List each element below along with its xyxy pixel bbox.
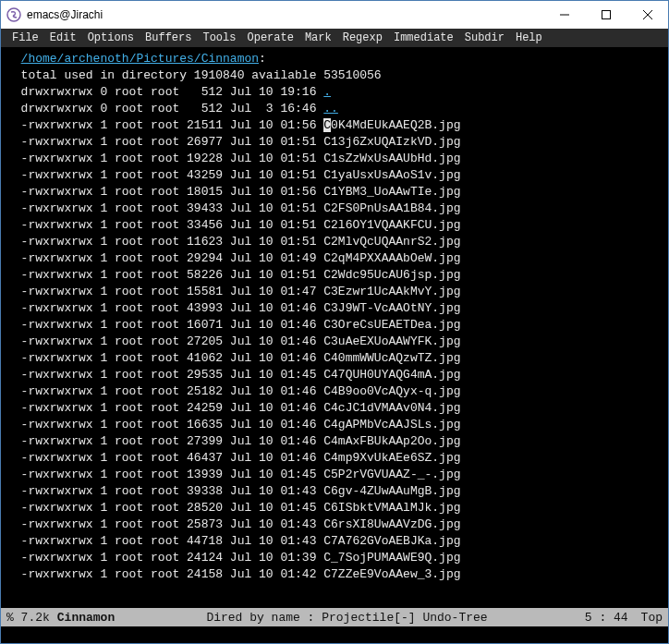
- dired-path-row: /home/archenoth/Pictures/Cinnamon:: [6, 51, 663, 67]
- menu-file[interactable]: File: [6, 30, 44, 45]
- dired-file-row[interactable]: -rwxrwxrwx 1 root root 18015 Jul 10 01:5…: [6, 184, 663, 200]
- dired-file-name[interactable]: C4mp9XvUkAEe6SZ.jpg: [323, 451, 460, 465]
- menu-options[interactable]: Options: [82, 30, 140, 45]
- dired-file-name[interactable]: C3OreCsUEAETDea.jpg: [323, 318, 460, 332]
- modeline[interactable]: % 7.2k Cinnamon Dired by name : Projecti…: [1, 608, 668, 626]
- menu-subdir[interactable]: Subdir: [459, 30, 510, 45]
- dired-file-row[interactable]: -rwxrwxrwx 1 root root 29294 Jul 10 01:4…: [6, 250, 663, 267]
- dired-file-name[interactable]: C4cJC1dVMAAv0N4.jpg: [323, 401, 460, 415]
- dired-file-name[interactable]: C6rsXI8UwAAVzDG.jpg: [323, 517, 460, 531]
- emacs-window: emacs@Jirachi FileEditOptionsBuffersTool…: [0, 0, 669, 644]
- menu-tools[interactable]: Tools: [197, 30, 241, 45]
- modeline-buffer-name: Cinnamon: [57, 611, 115, 625]
- dired-file-name[interactable]: C47QUH0UYAQG4mA.jpg: [323, 368, 460, 382]
- titlebar[interactable]: emacs@Jirachi: [1, 1, 668, 29]
- dired-path[interactable]: /home/archenoth/Pictures/Cinnamon: [21, 52, 259, 66]
- dired-file-row[interactable]: -rwxrwxrwx 1 root root 28520 Jul 10 01:4…: [6, 500, 663, 516]
- dired-file-row[interactable]: -rwxrwxrwx 1 root root 33456 Jul 10 01:5…: [6, 217, 663, 234]
- dired-file-row[interactable]: -rwxrwxrwx 1 root root 39433 Jul 10 01:5…: [6, 200, 663, 217]
- menu-edit[interactable]: Edit: [44, 30, 82, 45]
- dired-file-name[interactable]: C13j6ZxUQAIzkVD.jpg: [323, 135, 460, 149]
- dired-file-name[interactable]: C6gv-4ZUwAAuMgB.jpg: [323, 484, 460, 498]
- dired-file-name[interactable]: C1YBM3_UoAAwTIe.jpg: [323, 185, 460, 199]
- dired-file-name[interactable]: C3J9WT-VcAAOtNY.jpg: [323, 301, 460, 315]
- dired-file-row[interactable]: -rwxrwxrwx 1 root root 43993 Jul 10 01:4…: [6, 300, 663, 317]
- minibuffer[interactable]: [1, 626, 668, 643]
- modeline-scroll: Top: [641, 611, 663, 625]
- dired-file-row[interactable]: -rwxrwxrwx 1 root root 58226 Jul 10 01:5…: [6, 267, 663, 284]
- dired-cursor: C: [323, 118, 331, 132]
- dired-file-row[interactable]: -rwxrwxrwx 1 root root 24124 Jul 10 01:3…: [6, 550, 663, 566]
- dired-file-name[interactable]: C3uAeEXUoAAWYFK.jpg: [323, 334, 460, 348]
- dired-file-row[interactable]: -rwxrwxrwx 1 root root 39338 Jul 10 01:4…: [6, 483, 663, 500]
- dired-file-row[interactable]: -rwxrwxrwx 1 root root 11623 Jul 10 01:5…: [6, 234, 663, 250]
- dired-file-name[interactable]: C5P2rVGVUAAZ-_-.jpg: [323, 468, 460, 481]
- minimize-button[interactable]: [543, 1, 585, 29]
- dired-file-row[interactable]: -rwxrwxrwx 1 root root 43259 Jul 10 01:5…: [6, 167, 663, 184]
- dired-file-name[interactable]: C2FS0PnUsAA1B84.jpg: [323, 201, 460, 215]
- modeline-size: % 7.2k: [6, 611, 50, 625]
- menubar[interactable]: FileEditOptionsBuffersToolsOperateMarkRe…: [1, 29, 668, 47]
- close-button[interactable]: [626, 1, 668, 29]
- dired-file-row[interactable]: -rwxrwxrwx 1 root root 19228 Jul 10 01:5…: [6, 151, 663, 167]
- dired-file-name[interactable]: 0K4MdEUkAAEQ2B.jpg: [331, 118, 460, 132]
- dired-file-row[interactable]: -rwxrwxrwx 1 root root 46437 Jul 10 01:4…: [6, 450, 663, 467]
- menu-mark[interactable]: Mark: [299, 30, 337, 45]
- dired-file-name[interactable]: C_7SojPUMAAWE9Q.jpg: [323, 551, 460, 565]
- svg-rect-2: [602, 11, 610, 19]
- dired-file-row[interactable]: -rwxrwxrwx 1 root root 15581 Jul 10 01:4…: [6, 284, 663, 300]
- dired-file-row[interactable]: -rwxrwxrwx 1 root root 26977 Jul 10 01:5…: [6, 134, 663, 151]
- dired-file-name[interactable]: C2l6OY1VQAAKFCU.jpg: [323, 218, 460, 232]
- dired-file-name[interactable]: C4gAPMbVcAAJSLs.jpg: [323, 418, 460, 431]
- dired-file-row[interactable]: -rwxrwxrwx 1 root root 24259 Jul 10 01:4…: [6, 400, 663, 417]
- dired-total-line: total used in directory 1910840 availabl…: [6, 67, 663, 84]
- dired-file-row[interactable]: -rwxrwxrwx 1 root root 25182 Jul 10 01:4…: [6, 383, 663, 400]
- maximize-button[interactable]: [585, 1, 626, 29]
- dired-file-name[interactable]: C2qM4PXXAAAbOeW.jpg: [323, 251, 460, 265]
- modeline-position: 5 : 44: [585, 611, 628, 625]
- emacs-app-icon: [6, 7, 21, 22]
- dired-file-row[interactable]: -rwxrwxrwx 1 root root 27205 Jul 10 01:4…: [6, 334, 663, 350]
- dired-dir-row[interactable]: drwxrwxrwx 0 root root 512 Jul 10 19:16 …: [6, 84, 663, 101]
- dired-file-name[interactable]: C4mAxFBUkAAp2Oo.jpg: [323, 434, 460, 448]
- dired-file-row[interactable]: -rwxrwxrwx 1 root root 41062 Jul 10 01:4…: [6, 350, 663, 367]
- dired-file-row[interactable]: -rwxrwxrwx 1 root root 24158 Jul 10 01:4…: [6, 566, 663, 583]
- dired-file-name[interactable]: C3Ezwr1UcAAkMvY.jpg: [323, 285, 460, 298]
- dired-file-name[interactable]: C1sZzWxUsAAUbHd.jpg: [323, 152, 460, 165]
- menu-buffers[interactable]: Buffers: [140, 30, 197, 45]
- dired-file-name[interactable]: C2MlvQcUQAAnrS2.jpg: [323, 235, 460, 249]
- dired-file-name[interactable]: C1yaUsxUsAAoS1v.jpg: [323, 168, 460, 182]
- modeline-modes: Dired by name : Projectile[-] Undo-Tree: [122, 611, 572, 625]
- menu-help[interactable]: Help: [510, 30, 548, 45]
- dired-file-name[interactable]: C6ISbktVMAAlMJk.jpg: [323, 501, 460, 515]
- dired-file-row[interactable]: -rwxrwxrwx 1 root root 13939 Jul 10 01:4…: [6, 467, 663, 483]
- dired-file-row[interactable]: -rwxrwxrwx 1 root root 16071 Jul 10 01:4…: [6, 317, 663, 334]
- menu-operate[interactable]: Operate: [241, 30, 298, 45]
- dired-file-row[interactable]: -rwxrwxrwx 1 root root 27399 Jul 10 01:4…: [6, 433, 663, 450]
- dired-file-name[interactable]: C4B9oo0VcAQyx-q.jpg: [323, 384, 460, 398]
- dired-file-name[interactable]: C7ZZeE9VoAAew_3.jpg: [323, 567, 460, 581]
- dired-file-row[interactable]: -rwxrwxrwx 1 root root 16635 Jul 10 01:4…: [6, 417, 663, 433]
- dired-file-row[interactable]: -rwxrwxrwx 1 root root 21511 Jul 10 01:5…: [6, 117, 663, 134]
- dired-dir-row[interactable]: drwxrwxrwx 0 root root 512 Jul 3 16:46 .…: [6, 101, 663, 117]
- dired-file-row[interactable]: -rwxrwxrwx 1 root root 25873 Jul 10 01:4…: [6, 516, 663, 533]
- menu-regexp[interactable]: Regexp: [337, 30, 388, 45]
- dired-file-row[interactable]: -rwxrwxrwx 1 root root 29535 Jul 10 01:4…: [6, 367, 663, 383]
- dired-buffer[interactable]: /home/archenoth/Pictures/Cinnamon: total…: [1, 47, 668, 608]
- dired-file-row[interactable]: -rwxrwxrwx 1 root root 44718 Jul 10 01:4…: [6, 533, 663, 550]
- dired-file-name[interactable]: C7A762GVoAEBJKa.jpg: [323, 534, 460, 548]
- menu-immediate[interactable]: Immediate: [388, 30, 459, 45]
- dired-file-name[interactable]: C40mmWWUcAQzwTZ.jpg: [323, 351, 460, 365]
- window-title: emacs@Jirachi: [27, 8, 543, 21]
- dired-file-name[interactable]: C2Wdc95UcAU6jsp.jpg: [323, 268, 460, 282]
